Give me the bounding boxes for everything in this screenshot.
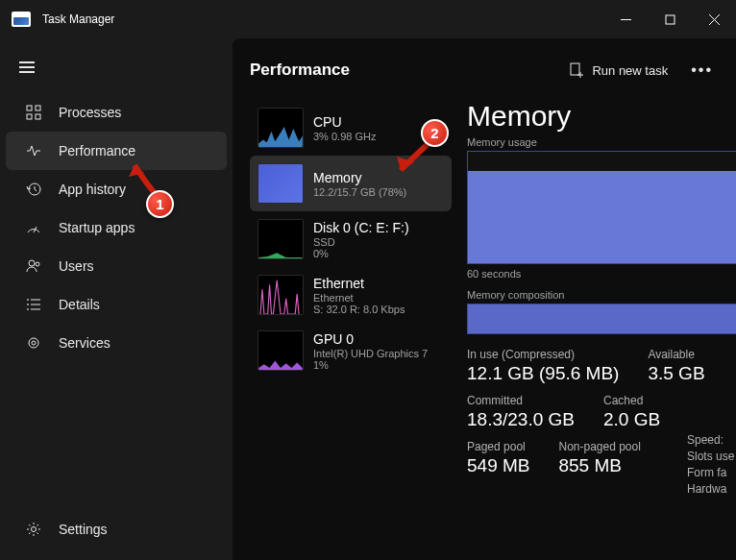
stat-value: 18.3/23.0 GB xyxy=(467,409,575,430)
hamburger-icon[interactable] xyxy=(0,56,233,93)
sidebar-item-label: Services xyxy=(59,335,110,351)
gauge-icon xyxy=(25,219,42,236)
wave-icon xyxy=(25,142,42,159)
perf-name: CPU xyxy=(313,114,376,130)
settings-icon xyxy=(25,521,42,538)
minimize-button[interactable] xyxy=(603,0,648,38)
more-options-button[interactable]: ••• xyxy=(679,56,724,85)
memory-composition-chart xyxy=(467,304,736,334)
svg-point-19 xyxy=(32,527,37,532)
title-bar: Task Manager xyxy=(0,0,736,38)
sidebar-item-label: Settings xyxy=(59,522,108,537)
stat-in-use: In use (Compressed) 12.1 GB (95.6 MB) xyxy=(467,348,619,384)
sidebar-item-settings[interactable]: Settings xyxy=(6,510,227,548)
history-icon xyxy=(25,181,42,198)
list-icon xyxy=(25,296,42,313)
extra-spec-labels: Speed: Slots use Form fa Hardwa xyxy=(687,432,736,498)
extra-label: Form fa xyxy=(687,465,736,481)
stat-value: 549 MB xyxy=(467,455,529,476)
content-pane: Performance Run new task ••• CPU3% 0.98 … xyxy=(233,38,736,560)
extra-label: Slots use xyxy=(687,449,736,465)
sidebar-item-label: Startup apps xyxy=(59,220,135,235)
stat-nonpaged-pool: Non-paged pool 855 MB xyxy=(558,440,640,476)
svg-point-16 xyxy=(28,309,29,310)
perf-item-disk[interactable]: Disk 0 (C: E: F:)SSD 0% xyxy=(250,211,452,267)
sidebar-item-processes[interactable]: Processes xyxy=(6,93,227,132)
svg-point-18 xyxy=(32,341,36,345)
sidebar-item-label: App history xyxy=(59,182,126,197)
svg-point-17 xyxy=(29,338,38,348)
stat-committed: Committed 18.3/23.0 GB xyxy=(467,394,575,430)
svg-rect-6 xyxy=(27,114,32,119)
sidebar-item-users[interactable]: Users xyxy=(6,247,227,285)
perf-stat: 12.2/15.7 GB (78%) xyxy=(313,186,406,198)
extra-label: Speed: xyxy=(687,432,736,449)
close-button[interactable] xyxy=(692,0,736,38)
stat-cached: Cached 2.0 GB xyxy=(603,394,660,430)
memory-thumbnail-chart xyxy=(258,163,304,204)
chart-axis-label: 60 seconds xyxy=(467,268,736,280)
sidebar: Processes Performance App history Startu… xyxy=(0,38,233,560)
sidebar-item-app-history[interactable]: App history xyxy=(6,170,227,208)
sidebar-item-details[interactable]: Details xyxy=(6,285,227,324)
perf-item-ethernet[interactable]: EthernetEthernet S: 32.0 R: 8.0 Kbps xyxy=(250,267,452,323)
maximize-button[interactable] xyxy=(648,0,692,38)
sidebar-item-label: Performance xyxy=(59,143,135,158)
usage-chart-label: Memory usage xyxy=(467,136,736,148)
stat-value: 3.5 GB xyxy=(648,363,704,384)
sidebar-item-performance[interactable]: Performance xyxy=(6,132,227,170)
stat-value: 12.1 GB (95.6 MB) xyxy=(467,363,619,384)
memory-usage-chart xyxy=(467,151,736,264)
stat-value: 855 MB xyxy=(558,455,640,476)
svg-point-15 xyxy=(28,304,29,305)
detail-title: Memory xyxy=(467,100,736,133)
page-title: Performance xyxy=(250,61,350,80)
perf-name: Ethernet xyxy=(313,276,405,291)
sidebar-item-label: Users xyxy=(59,258,94,274)
perf-stat: Intel(R) UHD Graphics 7 1% xyxy=(313,348,428,371)
stat-label: In use (Compressed) xyxy=(467,348,619,361)
app-icon xyxy=(12,12,31,27)
stat-value: 2.0 GB xyxy=(603,409,660,430)
perf-name: GPU 0 xyxy=(313,331,428,347)
stat-paged-pool: Paged pool 549 MB xyxy=(467,440,529,476)
ethernet-thumbnail-chart xyxy=(258,275,304,315)
svg-rect-1 xyxy=(666,15,675,24)
grid-icon xyxy=(25,104,42,121)
gear-icon xyxy=(25,334,42,352)
perf-item-gpu[interactable]: GPU 0Intel(R) UHD Graphics 7 1% xyxy=(250,323,452,378)
stat-label: Available xyxy=(648,348,704,361)
svg-point-10 xyxy=(36,262,39,266)
sidebar-item-startup-apps[interactable]: Startup apps xyxy=(6,208,227,247)
annotation-badge-1: 1 xyxy=(146,190,174,218)
perf-name: Disk 0 (C: E: F:) xyxy=(313,220,409,235)
stat-label: Committed xyxy=(467,394,575,407)
run-new-task-button[interactable]: Run new task xyxy=(557,57,679,84)
perf-stat: Ethernet S: 32.0 R: 8.0 Kbps xyxy=(313,292,405,315)
run-task-icon xyxy=(569,62,584,78)
svg-point-9 xyxy=(29,260,35,266)
composition-chart-label: Memory composition xyxy=(467,289,736,301)
svg-point-14 xyxy=(28,300,29,301)
app-title: Task Manager xyxy=(42,12,114,26)
svg-rect-5 xyxy=(36,106,40,110)
run-task-label: Run new task xyxy=(592,63,668,78)
stat-label: Non-paged pool xyxy=(558,440,640,453)
stat-label: Paged pool xyxy=(467,440,529,453)
svg-rect-4 xyxy=(27,106,32,110)
svg-rect-20 xyxy=(571,63,579,75)
annotation-badge-2: 2 xyxy=(421,119,449,147)
svg-rect-7 xyxy=(36,114,40,119)
extra-label: Hardwa xyxy=(687,481,736,498)
stat-available: Available 3.5 GB xyxy=(648,348,704,384)
perf-stat: 3% 0.98 GHz xyxy=(313,131,376,142)
sidebar-item-label: Processes xyxy=(59,105,121,120)
sidebar-item-label: Details xyxy=(59,297,100,312)
stat-label: Cached xyxy=(603,394,660,407)
sidebar-item-services[interactable]: Services xyxy=(6,324,227,362)
disk-thumbnail-chart xyxy=(258,219,304,259)
detail-pane: Memory Memory usage 60 seconds Memory co… xyxy=(463,100,736,486)
gpu-thumbnail-chart xyxy=(258,330,304,371)
cpu-thumbnail-chart xyxy=(258,108,304,148)
perf-stat: SSD 0% xyxy=(313,236,409,259)
